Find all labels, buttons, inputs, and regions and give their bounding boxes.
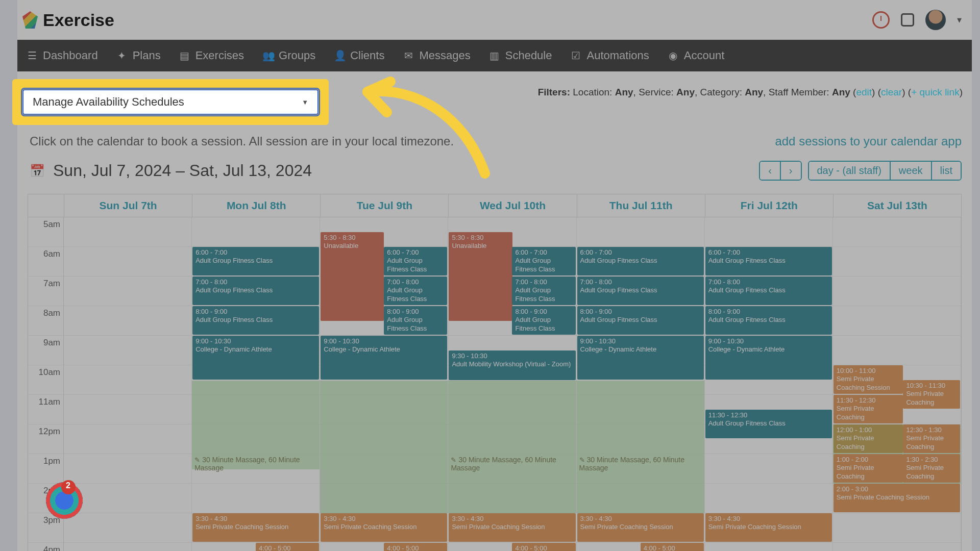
day-header[interactable]: Fri Jul 12th — [705, 194, 833, 217]
calendar[interactable]: Sun Jul 7th Mon Jul 8th Tue Jul 9th Wed … — [28, 194, 962, 551]
event[interactable]: 8:00 - 9:00Adult Group Fitness Class — [577, 306, 704, 335]
massage-slot[interactable]: ✎30 Minute Massage, 60 Minute Massage — [193, 454, 318, 473]
event[interactable]: 7:00 - 8:00Adult Group Fitness Class — [512, 277, 575, 305]
nav-exercises[interactable]: ▤Exercises — [179, 49, 244, 62]
nav-schedule[interactable]: ▥Schedule — [489, 49, 552, 62]
event[interactable]: 3:30 - 4:30Semi Private Coaching Session — [705, 513, 832, 542]
day-column-mon[interactable]: 6:00 - 7:00Adult Group Fitness Class 7:0… — [192, 217, 320, 551]
schedule-toolbar: Filters: Location: Any, Service: Any, Ca… — [17, 71, 972, 551]
next-button[interactable]: › — [780, 162, 801, 180]
filters-edit-link[interactable]: edit — [856, 87, 872, 97]
event[interactable]: 7:00 - 8:00Adult Group Fitness Class — [705, 277, 832, 305]
availability-block[interactable] — [320, 381, 448, 513]
event[interactable]: 9:00 - 10:30College - Dynamic Athlete — [577, 336, 704, 380]
prev-button[interactable]: ‹ — [760, 162, 780, 180]
event[interactable]: 7:00 - 8:00Adult Group Fitness Class — [384, 277, 447, 305]
day-column-fri[interactable]: 6:00 - 7:00Adult Group Fitness Class 7:0… — [705, 217, 833, 551]
brand[interactable]: Exercise — [22, 10, 114, 30]
event[interactable]: 12:30 - 1:30Semi Private Coaching — [903, 424, 960, 453]
event-unavailable[interactable]: 5:30 - 8:30Unavailable — [449, 232, 512, 321]
event[interactable]: 3:30 - 4:30Semi Private Coaching Session — [449, 513, 575, 542]
event[interactable]: 10:00 - 11:00Semi Private Coaching Sessi… — [834, 365, 903, 394]
nav-groups[interactable]: 👥Groups — [262, 49, 315, 62]
event[interactable]: 4:00 - 5:00 — [256, 543, 319, 551]
avatar[interactable] — [925, 10, 946, 30]
event[interactable]: 7:00 - 8:00Adult Group Fitness Class — [577, 277, 704, 305]
event[interactable]: 6:00 - 7:00Adult Group Fitness Class — [577, 247, 704, 276]
time-label: 10am — [28, 365, 63, 395]
widget-badge-count: 2 — [66, 481, 70, 490]
event[interactable]: 11:30 - 12:30Semi Private Coaching — [834, 395, 903, 423]
event[interactable]: 3:30 - 4:30Semi Private Coaching Session — [192, 513, 319, 542]
event[interactable]: 9:30 - 10:30Adult Mobility Workshop (Vir… — [449, 350, 575, 380]
manage-availability-dropdown[interactable]: Manage Availability Schedules ▼ — [22, 89, 318, 115]
nav-clients[interactable]: 👤Clients — [334, 49, 384, 62]
nav-messages[interactable]: ✉Messages — [403, 49, 470, 62]
filters-quicklink[interactable]: + quick link — [911, 87, 960, 97]
event[interactable]: 9:00 - 10:30College - Dynamic Athlete — [321, 336, 447, 380]
availability-block[interactable] — [448, 381, 576, 513]
event[interactable]: 4:00 - 5:00 — [384, 543, 447, 551]
event[interactable]: 6:00 - 7:00Adult Group Fitness Class — [512, 247, 575, 276]
list-icon: ☰ — [27, 49, 38, 62]
filters-clear-link[interactable]: clear — [881, 87, 902, 97]
event[interactable]: 10:30 - 11:30Semi Private Coaching — [903, 380, 960, 409]
clock-icon[interactable] — [872, 11, 890, 29]
nav-plans[interactable]: ✦Plans — [116, 49, 161, 62]
event[interactable]: 6:00 - 7:00Adult Group Fitness Class — [192, 247, 319, 276]
nav-account[interactable]: ◉Account — [668, 49, 725, 62]
time-label: 1pm — [28, 454, 63, 484]
event[interactable]: 8:00 - 9:00Adult Group Fitness Class — [512, 306, 575, 335]
day-column-tue[interactable]: 5:30 - 8:30Unavailable 6:00 - 7:00Adult … — [320, 217, 448, 551]
event[interactable]: 3:30 - 4:30Semi Private Coaching Session — [321, 513, 447, 542]
calendar-body[interactable]: 5am 6am 7am 8am 9am 10am 11am 12pm 1pm 2… — [28, 217, 961, 551]
view-day-button[interactable]: day - (all staff) — [809, 162, 890, 180]
assistant-widget[interactable]: 2 — [46, 482, 83, 519]
filters-label: Filters: — [538, 87, 570, 97]
availability-block[interactable] — [577, 381, 704, 513]
event[interactable]: 4:00 - 5:00 — [512, 543, 575, 551]
event[interactable]: 7:00 - 8:00Adult Group Fitness Class — [192, 277, 319, 305]
instruction-row: Click on the calendar to book a session.… — [28, 134, 962, 148]
day-header[interactable]: Thu Jul 11th — [577, 194, 705, 217]
event[interactable]: 4:00 - 5:00 — [641, 543, 704, 551]
time-label: 11am — [28, 395, 63, 424]
event[interactable]: 9:00 - 10:30College - Dynamic Athlete — [705, 336, 832, 380]
calendar-icon[interactable]: 📅 — [30, 164, 45, 178]
day-column-sat[interactable]: 10:00 - 11:00Semi Private Coaching Sessi… — [833, 217, 961, 551]
event[interactable]: 8:00 - 9:00Adult Group Fitness Class — [384, 306, 447, 335]
day-column-sun[interactable] — [64, 217, 192, 551]
event[interactable]: 2:00 - 3:00Semi Private Coaching Session — [834, 484, 960, 512]
massage-slot[interactable]: ✎30 Minute Massage, 60 Minute Massage — [578, 454, 703, 473]
tutorial-highlight: Manage Availability Schedules ▼ — [12, 79, 329, 125]
avatar-caret-icon[interactable]: ▾ — [957, 14, 962, 26]
nav-automations[interactable]: ☑Automations — [570, 49, 649, 62]
event-unavailable[interactable]: 5:30 - 8:30Unavailable — [321, 232, 384, 321]
event[interactable]: 6:00 - 7:00Adult Group Fitness Class — [705, 247, 832, 276]
event[interactable]: 9:00 - 10:30College - Dynamic Athlete — [192, 336, 319, 380]
date-row: 📅 Sun, Jul 7, 2024 – Sat, Jul 13, 2024 ‹… — [28, 161, 962, 181]
day-header[interactable]: Sun Jul 7th — [64, 194, 192, 217]
day-header[interactable]: Mon Jul 8th — [192, 194, 320, 217]
event[interactable]: 1:00 - 2:00Semi Private Coaching — [834, 454, 903, 483]
event[interactable]: 8:00 - 9:00Adult Group Fitness Class — [192, 306, 319, 335]
event[interactable]: 12:00 - 1:00Semi Private Coaching — [834, 424, 903, 453]
event[interactable]: 1:30 - 2:30Semi Private Coaching — [903, 454, 960, 483]
bird-icon: ✦ — [116, 49, 128, 62]
day-column-thu[interactable]: 6:00 - 7:00Adult Group Fitness Class 7:0… — [577, 217, 705, 551]
day-column-wed[interactable]: 5:30 - 8:30Unavailable 6:00 - 7:00Adult … — [448, 217, 576, 551]
event[interactable]: 6:00 - 7:00Adult Group Fitness Class — [384, 247, 447, 276]
massage-slot[interactable]: ✎30 Minute Massage, 60 Minute Massage — [449, 454, 575, 473]
day-header[interactable]: Sat Jul 13th — [833, 194, 961, 217]
day-header[interactable]: Tue Jul 9th — [320, 194, 448, 217]
day-header[interactable]: Wed Jul 10th — [448, 194, 576, 217]
add-sessions-link[interactable]: add sessions to your calendar app — [775, 134, 962, 148]
checkbox-icon[interactable] — [901, 13, 914, 27]
view-week-button[interactable]: week — [890, 162, 931, 180]
nav-dashboard[interactable]: ☰Dashboard — [27, 49, 98, 62]
time-label: 12pm — [28, 424, 63, 454]
event[interactable]: 8:00 - 9:00Adult Group Fitness Class — [705, 306, 832, 335]
view-list-button[interactable]: list — [931, 162, 961, 180]
event[interactable]: 11:30 - 12:30Adult Group Fitness Class — [705, 410, 832, 438]
event[interactable]: 3:30 - 4:30Semi Private Coaching Session — [577, 513, 704, 542]
